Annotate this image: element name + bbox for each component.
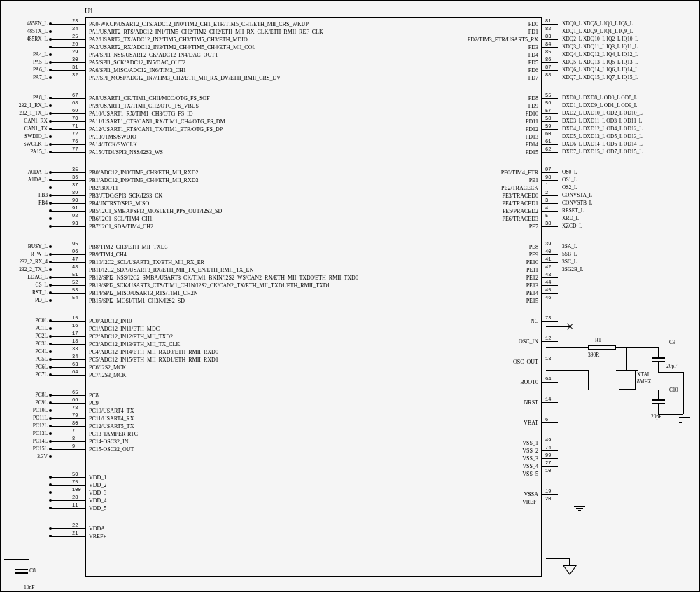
left-pin: PC1/ADC12_IN11/ETH_MDC [89,326,537,333]
right-pin: PE3/TRACED0 [89,193,538,200]
net-label: RST_L [6,289,48,296]
net-label: OS0_L [562,169,578,175]
pin-lead [50,121,85,122]
junction-dot [49,61,52,64]
pin-lead [542,277,558,278]
pin-lead [50,262,85,263]
pin-lead [50,457,85,457]
net-label: PB3 [6,192,48,198]
pin-number: 46 [545,295,551,301]
left-pin: PC13-TAMPER-RTC [89,431,537,438]
junction-dot [49,112,52,115]
pin-lead [542,195,558,196]
pin-lead [50,39,85,40]
pin-number: 31 [72,64,78,70]
pin-number: 98 [545,174,551,180]
junction-dot [49,97,52,99]
pin-number: 35 [72,167,78,172]
right-pin: BOOT0 [89,379,538,386]
pin-number: 93 [72,221,78,226]
pin-lead [50,62,85,63]
pin-lead [542,285,558,286]
junction-dot [49,358,52,361]
pin-number: 10 [545,468,551,474]
net-label: SWCLK_L [6,141,48,147]
c9-ref: C9 [669,339,676,345]
pin-lead [542,39,558,40]
junction-dot [49,245,52,248]
pin-function-label: VSS_2 [522,448,538,455]
pin-lead [542,474,558,474]
pin-function-label: PC7/I2S3_MCK [89,372,126,379]
pin-lead [50,226,85,227]
pin-function-label: PD10 [526,111,538,118]
pin-lead [542,494,558,495]
pin-lead [50,277,85,278]
pin-number: 11 [72,502,78,508]
pin-function-label: PE12 [526,275,538,282]
pin-lead [542,24,558,25]
pin-lead [542,62,558,63]
net-label: 232_1_TX_L [6,110,48,116]
right-pin: VREF- [89,499,538,506]
chip-reference: U1 [85,7,93,15]
pin-lead [542,129,558,130]
junction-dot [49,373,52,376]
right-pin: NRST [89,399,538,406]
net-label: DXD6_L DXD14_L OD6_L OD14_L [562,141,643,147]
crystal-xtal [619,370,636,390]
junction-dot [49,409,52,412]
net-label: OS2_L [562,184,578,191]
junction-dot [49,194,52,197]
pin-number: 9 [72,443,75,449]
net-label: PA15_L [6,149,48,155]
pin-lead [50,106,85,106]
net-label: PC3L [6,340,48,347]
pin-function-label: NRST [524,399,538,406]
right-pin: PD12 [89,126,538,133]
pin-lead [542,502,558,502]
pin-lead [50,24,85,25]
r1-value: 390R [588,352,599,358]
net-label: PC1L [6,325,48,331]
pin-function-label: OSC_IN [519,338,538,345]
junction-dot [49,135,52,138]
pin-number: 65 [72,390,78,395]
right-pin: VSS_3 [89,455,538,462]
left-pin: PC7/I2S3_MCK [89,372,537,379]
pin-function-label: PD1 [528,29,538,36]
pin-function-label: PE9 [529,252,538,259]
pin-number: 30 [72,57,78,62]
pin-lead [50,270,85,270]
pin-lead [542,113,558,114]
pin-lead [50,144,85,145]
pin-function-label: PD4 [528,52,538,59]
pin-number: 37 [72,182,78,188]
pin-number: 58 [545,116,551,121]
net-label: 485EN_L [6,20,48,27]
pin-number: 25 [72,34,78,39]
right-pin: PE7 [89,223,538,230]
pin-lead [50,55,85,55]
pin-lead [50,78,85,78]
net-label: PC12L [6,422,48,429]
left-pin: PC10/USART4_TX [89,408,537,415]
pin-function-label: PE1 [529,177,538,184]
pin-number: 61 [545,139,551,144]
pin-lead [542,180,558,181]
pin-number: 36 [72,174,78,180]
pin-number: 29 [72,49,78,55]
pin-lead [542,188,558,188]
pin-lead [542,450,558,451]
pin-number: 84 [545,41,551,47]
xtal-value: 8MHZ [637,378,651,385]
pin-number: 26 [72,41,78,47]
pin-number: 76 [72,139,78,144]
pin-number: 57 [545,108,551,113]
pin-function-label: PD8 [528,95,538,102]
junction-dot [49,209,52,212]
pin-number: 74 [545,445,551,450]
ground-symbol-vref [563,565,577,575]
net-label: PC13L [6,430,48,436]
pin-number: 87 [545,64,551,70]
